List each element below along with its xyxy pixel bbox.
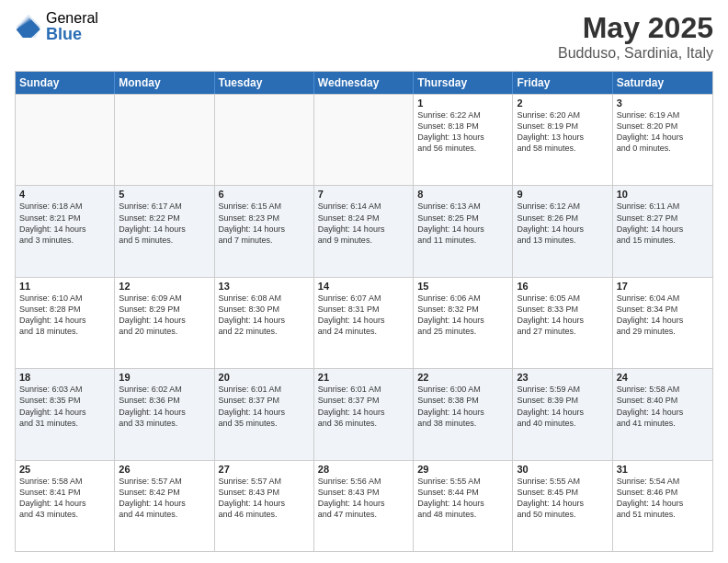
day-cell-30: 30Sunrise: 5:55 AM Sunset: 8:45 PM Dayli…	[513, 461, 612, 551]
header-day-thursday: Thursday	[414, 72, 513, 94]
calendar-body: 1Sunrise: 6:22 AM Sunset: 8:18 PM Daylig…	[16, 94, 712, 551]
day-info: Sunrise: 5:58 AM Sunset: 8:40 PM Dayligh…	[617, 384, 709, 429]
day-info: Sunrise: 6:14 AM Sunset: 8:24 PM Dayligh…	[318, 201, 409, 246]
day-info: Sunrise: 6:18 AM Sunset: 8:21 PM Dayligh…	[19, 201, 110, 246]
day-number: 30	[517, 464, 608, 475]
day-cell-22: 22Sunrise: 6:00 AM Sunset: 8:38 PM Dayli…	[414, 369, 513, 459]
empty-cell	[215, 95, 314, 185]
header-day-sunday: Sunday	[16, 72, 115, 94]
day-number: 19	[119, 372, 210, 383]
day-cell-5: 5Sunrise: 6:17 AM Sunset: 8:22 PM Daylig…	[115, 186, 214, 276]
day-number: 7	[318, 189, 409, 200]
day-number: 8	[417, 189, 508, 200]
day-number: 11	[19, 281, 110, 292]
title-location: Budduso, Sardinia, Italy	[558, 45, 713, 62]
day-cell-9: 9Sunrise: 6:12 AM Sunset: 8:26 PM Daylig…	[513, 186, 612, 276]
day-cell-27: 27Sunrise: 5:57 AM Sunset: 8:43 PM Dayli…	[215, 461, 314, 551]
day-info: Sunrise: 5:58 AM Sunset: 8:41 PM Dayligh…	[19, 476, 110, 521]
day-number: 16	[517, 281, 608, 292]
logo: General Blue	[15, 11, 98, 42]
day-number: 20	[219, 372, 310, 383]
day-number: 12	[119, 281, 210, 292]
day-info: Sunrise: 6:22 AM Sunset: 8:18 PM Dayligh…	[417, 109, 508, 155]
day-number: 24	[617, 372, 709, 383]
header-day-wednesday: Wednesday	[314, 72, 414, 94]
logo-blue: Blue	[46, 26, 98, 42]
day-info: Sunrise: 5:57 AM Sunset: 8:42 PM Dayligh…	[119, 476, 210, 521]
empty-cell	[314, 95, 414, 185]
day-cell-1: 1Sunrise: 6:22 AM Sunset: 8:18 PM Daylig…	[414, 95, 513, 185]
day-cell-31: 31Sunrise: 5:54 AM Sunset: 8:46 PM Dayli…	[613, 461, 712, 551]
day-number: 1	[417, 98, 508, 109]
empty-cell	[16, 95, 115, 185]
day-number: 17	[617, 281, 709, 292]
day-number: 21	[318, 372, 409, 383]
day-number: 10	[617, 189, 709, 200]
day-number: 5	[119, 189, 210, 200]
day-cell-11: 11Sunrise: 6:10 AM Sunset: 8:28 PM Dayli…	[16, 278, 115, 368]
day-number: 4	[19, 189, 110, 200]
day-cell-4: 4Sunrise: 6:18 AM Sunset: 8:21 PM Daylig…	[16, 186, 115, 276]
day-cell-21: 21Sunrise: 6:01 AM Sunset: 8:37 PM Dayli…	[314, 369, 414, 459]
day-number: 29	[417, 464, 508, 475]
day-number: 22	[417, 372, 508, 383]
day-number: 28	[318, 464, 409, 475]
day-cell-16: 16Sunrise: 6:05 AM Sunset: 8:33 PM Dayli…	[513, 278, 612, 368]
day-info: Sunrise: 6:11 AM Sunset: 8:27 PM Dayligh…	[617, 201, 709, 246]
day-cell-28: 28Sunrise: 5:56 AM Sunset: 8:43 PM Dayli…	[314, 461, 414, 551]
day-cell-8: 8Sunrise: 6:13 AM Sunset: 8:25 PM Daylig…	[414, 186, 513, 276]
calendar-row-3: 11Sunrise: 6:10 AM Sunset: 8:28 PM Dayli…	[16, 277, 712, 368]
day-cell-3: 3Sunrise: 6:19 AM Sunset: 8:20 PM Daylig…	[613, 95, 712, 185]
day-number: 31	[617, 464, 709, 475]
day-cell-18: 18Sunrise: 6:03 AM Sunset: 8:35 PM Dayli…	[16, 369, 115, 459]
day-number: 15	[417, 281, 508, 292]
day-info: Sunrise: 6:00 AM Sunset: 8:38 PM Dayligh…	[417, 384, 508, 429]
day-number: 18	[19, 372, 110, 383]
day-cell-17: 17Sunrise: 6:04 AM Sunset: 8:34 PM Dayli…	[613, 278, 712, 368]
day-info: Sunrise: 6:19 AM Sunset: 8:20 PM Dayligh…	[617, 109, 709, 155]
day-cell-2: 2Sunrise: 6:20 AM Sunset: 8:19 PM Daylig…	[513, 95, 612, 185]
day-info: Sunrise: 6:01 AM Sunset: 8:37 PM Dayligh…	[318, 384, 409, 429]
day-info: Sunrise: 6:12 AM Sunset: 8:26 PM Dayligh…	[517, 201, 608, 246]
calendar-row-5: 25Sunrise: 5:58 AM Sunset: 8:41 PM Dayli…	[16, 460, 712, 551]
day-info: Sunrise: 6:02 AM Sunset: 8:36 PM Dayligh…	[119, 384, 210, 429]
header: General Blue May 2025 Budduso, Sardinia,…	[15, 11, 713, 62]
header-day-saturday: Saturday	[613, 72, 712, 94]
day-info: Sunrise: 5:55 AM Sunset: 8:45 PM Dayligh…	[517, 476, 608, 521]
day-cell-25: 25Sunrise: 5:58 AM Sunset: 8:41 PM Dayli…	[16, 461, 115, 551]
day-info: Sunrise: 5:57 AM Sunset: 8:43 PM Dayligh…	[219, 476, 310, 521]
day-number: 13	[219, 281, 310, 292]
day-number: 27	[219, 464, 310, 475]
day-info: Sunrise: 6:08 AM Sunset: 8:30 PM Dayligh…	[219, 293, 310, 338]
day-number: 6	[219, 189, 310, 200]
day-cell-24: 24Sunrise: 5:58 AM Sunset: 8:40 PM Dayli…	[613, 369, 712, 459]
day-cell-19: 19Sunrise: 6:02 AM Sunset: 8:36 PM Dayli…	[115, 369, 214, 459]
day-number: 3	[617, 98, 709, 109]
day-cell-23: 23Sunrise: 5:59 AM Sunset: 8:39 PM Dayli…	[513, 369, 612, 459]
calendar: SundayMondayTuesdayWednesdayThursdayFrid…	[15, 71, 713, 552]
day-cell-15: 15Sunrise: 6:06 AM Sunset: 8:32 PM Dayli…	[414, 278, 513, 368]
logo-text: General Blue	[46, 11, 98, 42]
day-cell-10: 10Sunrise: 6:11 AM Sunset: 8:27 PM Dayli…	[613, 186, 712, 276]
calendar-row-4: 18Sunrise: 6:03 AM Sunset: 8:35 PM Dayli…	[16, 368, 712, 459]
title-month: May 2025	[558, 11, 713, 45]
day-info: Sunrise: 5:59 AM Sunset: 8:39 PM Dayligh…	[517, 384, 608, 429]
calendar-row-2: 4Sunrise: 6:18 AM Sunset: 8:21 PM Daylig…	[16, 185, 712, 276]
day-number: 14	[318, 281, 409, 292]
day-info: Sunrise: 6:10 AM Sunset: 8:28 PM Dayligh…	[19, 293, 110, 338]
header-day-monday: Monday	[115, 72, 214, 94]
page: General Blue May 2025 Budduso, Sardinia,…	[0, 0, 728, 563]
day-number: 9	[517, 189, 608, 200]
calendar-header: SundayMondayTuesdayWednesdayThursdayFrid…	[16, 72, 712, 94]
logo-icon	[15, 13, 42, 40]
day-number: 23	[517, 372, 608, 383]
day-cell-26: 26Sunrise: 5:57 AM Sunset: 8:42 PM Dayli…	[115, 461, 214, 551]
calendar-row-1: 1Sunrise: 6:22 AM Sunset: 8:18 PM Daylig…	[16, 94, 712, 185]
day-cell-6: 6Sunrise: 6:15 AM Sunset: 8:23 PM Daylig…	[215, 186, 314, 276]
header-day-tuesday: Tuesday	[215, 72, 314, 94]
day-info: Sunrise: 6:01 AM Sunset: 8:37 PM Dayligh…	[219, 384, 310, 429]
day-info: Sunrise: 6:17 AM Sunset: 8:22 PM Dayligh…	[119, 201, 210, 246]
day-info: Sunrise: 5:56 AM Sunset: 8:43 PM Dayligh…	[318, 476, 409, 521]
day-info: Sunrise: 6:03 AM Sunset: 8:35 PM Dayligh…	[19, 384, 110, 429]
logo-general: General	[46, 11, 98, 26]
